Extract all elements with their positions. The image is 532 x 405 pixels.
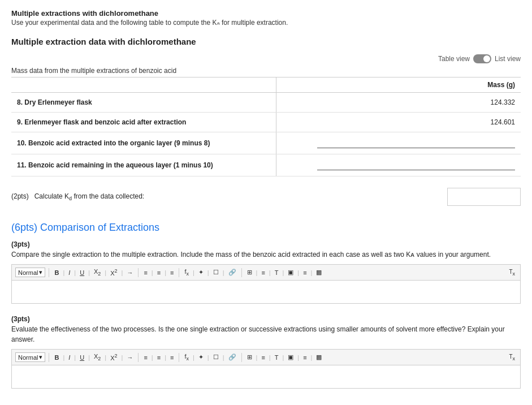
toolbar-sep-8 [241,353,242,362]
sep2-u-sub: | [88,354,90,361]
row-label-9: 9. Erlenmeyer flask and benzoic acid aft… [11,113,276,132]
arrow-button-1[interactable]: → [125,268,135,277]
text-format-button-2[interactable]: T [273,353,280,362]
align-left-button-2[interactable]: ≡ [142,353,149,362]
toggle-switch[interactable] [473,54,491,63]
image-button-1[interactable]: ✦ [197,268,205,277]
sep2-img-tbl: | [207,354,209,361]
table-header-mass: Mass (g) [276,77,521,93]
table-row: 9. Erlenmeyer flask and benzoic acid aft… [11,113,521,132]
equals-button-2[interactable]: ≡ [301,353,308,362]
toolbar-sep-2 [138,268,139,277]
q2-text: Evaluate the effectiveness of the two pr… [11,324,521,344]
toolbar-sep-1 [49,268,49,277]
align-right-button-1[interactable]: ≡ [168,268,175,277]
bold-button-1[interactable]: B [53,268,60,277]
table-button-2[interactable]: ☐ [211,352,220,362]
editor-2-body[interactable] [12,365,520,388]
superscript-button-1[interactable]: X2 [109,267,119,278]
superscript-button-2[interactable]: X2 [109,352,119,363]
editor-1: Normal ▾ B | I | U | X2 | X2 | → ≡ | ≡ |… [11,264,521,304]
table-button-1[interactable]: ☐ [211,268,220,277]
sep2-eq-bar: | [311,354,313,361]
row-label-10: 10. Benzoic acid extracted into the orga… [11,132,276,154]
align-center-button-1[interactable]: ≡ [155,268,162,277]
bar-button-2[interactable]: ▩ [314,352,323,362]
row-label-11: 11. Benzoic acid remaining in the aqueou… [11,154,276,176]
table-view-label: Table view [438,55,470,63]
sep2-sup-arrow: | [122,354,123,361]
editor-2-toolbar: Normal ▾ B | I | U | X2 | X2 | → ≡ | ≡ |… [12,350,520,365]
italic-button-1[interactable]: I [67,268,72,277]
row-value-9: 124.601 [276,113,521,132]
sep-tbl-lnk: | [223,269,224,276]
sep2-t-spec: | [282,354,284,361]
sep-ac-ar: | [165,269,166,276]
calc-label: (2pts) Calculate Kd from the data collec… [11,192,144,201]
toolbar-sep-5 [49,353,49,362]
italic-button-2[interactable]: I [67,353,72,362]
sep2-tbl-lnk: | [223,354,224,361]
bar-button-1[interactable]: ▩ [314,268,323,277]
text-format-button-1[interactable]: T [273,268,280,277]
calc-row: (2pts) Calculate Kd from the data collec… [11,188,521,206]
columns-button-2[interactable]: ≡ [259,353,266,362]
sep2-ac-ar: | [165,354,166,361]
sep-grid-col: | [256,269,258,276]
row-value-11 [276,154,521,176]
editor-2: Normal ▾ B | I | U | X2 | X2 | → ≡ | ≡ |… [11,349,521,389]
align-left-button-1[interactable]: ≡ [142,268,149,277]
align-center-button-2[interactable]: ≡ [155,353,162,362]
toolbar-sep-4 [241,268,242,277]
view-toggle-row: Table view List view [11,54,521,63]
calc-input[interactable] [447,188,521,206]
row-value-8: 124.332 [276,93,521,113]
q1-text: Compare the single extraction to the mul… [11,249,521,260]
style-dropdown-2[interactable]: Normal ▾ [15,352,45,362]
sep-al-ac: | [152,269,153,276]
underline-button-1[interactable]: U [78,268,86,277]
formula-button-2[interactable]: fx [183,352,191,363]
sep2-fx-img: | [193,354,194,361]
table-row: 10. Benzoic acid extracted into the orga… [11,132,521,154]
subscript-button-2[interactable]: X2 [92,352,102,363]
grid-button-2[interactable]: ⊞ [245,352,254,362]
sep2-sub-sup: | [105,354,106,361]
underline-button-2[interactable]: U [78,353,86,362]
subscript-button-1[interactable]: X2 [92,267,102,278]
sep2-i-u: | [74,354,76,361]
special-button-1[interactable]: ▣ [286,268,295,277]
sep2-al-ac: | [152,354,153,361]
page-header-desc: Use your experimental data and the follo… [11,19,521,27]
table-caption: Mass data from the multiple extractions … [11,67,521,75]
editor-1-toolbar: Normal ▾ B | I | U | X2 | X2 | → ≡ | ≡ |… [12,265,520,281]
arrow-button-2[interactable]: → [125,353,135,362]
sep-fx-img: | [193,269,194,276]
link-button-2[interactable]: 🔗 [227,352,238,362]
sep-b-i: | [63,269,64,276]
expand-button-1[interactable]: Tx [507,268,517,278]
link-button-1[interactable]: 🔗 [227,268,238,277]
sep-sup-arrow: | [122,269,123,276]
chevron-down-icon-2: ▾ [39,354,42,361]
grid-button-1[interactable]: ⊞ [245,268,254,277]
columns-button-1[interactable]: ≡ [259,268,266,277]
table-row: 8. Dry Erlenmeyer flask 124.332 [11,93,521,113]
sep2-b-i: | [63,354,64,361]
sep-u-sub: | [88,269,90,276]
align-right-button-2[interactable]: ≡ [168,353,175,362]
bold-button-2[interactable]: B [53,353,60,362]
expand-button-2[interactable]: Tx [507,352,517,363]
table-row: 11. Benzoic acid remaining in the aqueou… [11,154,521,176]
formula-button-1[interactable]: fx [183,267,191,278]
toolbar-sep-6 [138,353,139,362]
chevron-down-icon: ▾ [39,269,42,276]
special-button-2[interactable]: ▣ [286,352,295,362]
sep-t-spec: | [282,269,284,276]
section-title: Multiple extraction data with dichlorome… [11,37,521,46]
style-dropdown-1[interactable]: Normal ▾ [15,268,45,277]
equals-button-1[interactable]: ≡ [301,268,308,277]
image-button-2[interactable]: ✦ [197,352,205,362]
row-value-10 [276,132,521,154]
editor-1-body[interactable] [12,281,520,303]
